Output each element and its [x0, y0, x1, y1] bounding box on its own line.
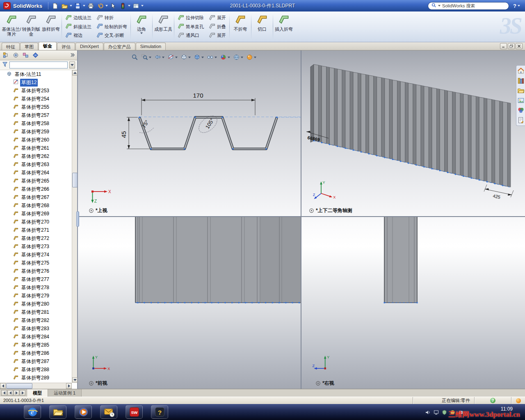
viewport-front-view[interactable]: YX *前视 — [78, 217, 301, 389]
view-settings-icon[interactable] — [246, 54, 256, 61]
tree-item-root[interactable]: 基体-法兰11 — [0, 70, 72, 78]
solidworks-icon[interactable]: SW — [126, 405, 143, 419]
panel-splitter-handle[interactable] — [76, 211, 79, 227]
tree-item[interactable]: 基体折弯278 — [0, 283, 72, 292]
media-player-icon[interactable] — [75, 405, 92, 419]
tree-item[interactable]: 基体折弯254 — [0, 95, 72, 103]
internet-explorer-icon[interactable]: e — [24, 405, 41, 419]
tree-item[interactable]: 基体折弯264 — [0, 169, 72, 177]
apply-scene-icon[interactable] — [233, 54, 243, 61]
scroll-down-button[interactable] — [72, 377, 78, 383]
open-icon[interactable] — [60, 2, 68, 10]
view-orientation-icon[interactable] — [180, 54, 191, 61]
viewport-top-view[interactable]: 1704575°105° XZ *上视 — [78, 50, 301, 216]
chevron-down-icon[interactable] — [141, 5, 144, 7]
command-tab[interactable]: 办公室产品 — [104, 43, 135, 50]
section-view-icon[interactable] — [167, 54, 178, 61]
tray-icon[interactable] — [434, 409, 439, 415]
close-icon[interactable] — [516, 43, 523, 49]
graphics-area[interactable]: 1704575°105° XZ *上视 66869425 YXZ *上下二等角轴… — [78, 50, 525, 389]
tree-item[interactable]: 基体折弯270 — [0, 218, 72, 226]
quick-tips-icon[interactable]: ? — [490, 398, 495, 403]
tree-filter-input[interactable] — [9, 62, 68, 68]
tree-item[interactable]: 基体折弯288 — [0, 365, 72, 374]
print-icon[interactable] — [87, 2, 95, 10]
ribbon-button-miter-flange[interactable]: 斜接法兰 — [64, 23, 93, 31]
tree-item[interactable]: 基体折弯265 — [0, 177, 72, 185]
viewport-right-view[interactable]: YZ *右视 — [301, 217, 525, 389]
ribbon-button-rip[interactable]: 切口 — [252, 13, 272, 32]
filter-dropdown-button[interactable] — [69, 62, 75, 68]
zoom-previous-icon[interactable] — [154, 54, 164, 61]
configuration-manager-tab[interactable] — [22, 52, 29, 59]
ribbon-button-no-bends[interactable]: 不折弯 — [231, 13, 250, 32]
help-icon[interactable]: ? — [151, 405, 168, 419]
file-explorer-icon[interactable] — [517, 87, 525, 94]
ribbon-button-extruded-cut[interactable]: 拉伸切除 — [176, 14, 205, 22]
prev-tab-button[interactable] — [7, 390, 13, 396]
ribbon-button-lofted-bend[interactable]: 放样折弯 — [41, 13, 61, 32]
scroll-thumb[interactable] — [72, 173, 78, 187]
edit-appearance-icon[interactable] — [220, 54, 230, 61]
next-tab-button[interactable] — [14, 390, 19, 396]
tree-item[interactable]: 基体折弯285 — [0, 341, 72, 349]
first-tab-button[interactable] — [1, 390, 7, 396]
tree-item[interactable]: 基体折弯289 — [0, 374, 72, 382]
property-manager-tab[interactable] — [12, 52, 19, 59]
tree-item[interactable]: 基体折弯263 — [0, 160, 72, 169]
chevron-down-icon[interactable] — [83, 5, 85, 7]
command-tab[interactable]: DimXpert — [75, 43, 103, 50]
ribbon-button-base-flange[interactable]: 基体法兰/薄片 — [2, 13, 21, 37]
tray-icon[interactable] — [442, 409, 447, 415]
tree-item[interactable]: 基体折弯279 — [0, 292, 72, 300]
tree-item[interactable]: 基体折弯258 — [0, 119, 72, 128]
scroll-left-button[interactable] — [0, 383, 6, 389]
command-tab[interactable]: 钣金 — [39, 42, 57, 50]
scroll-up-button[interactable] — [72, 70, 78, 75]
zoom-area-icon[interactable] — [141, 54, 151, 61]
tree-item[interactable]: 基体折弯287 — [0, 357, 72, 365]
document-tab[interactable]: 模型 — [27, 389, 48, 397]
ribbon-button-convert-to-sheet-metal[interactable]: 转换到钣金 — [21, 13, 41, 37]
feature-manager-tab[interactable] — [2, 52, 9, 59]
tree-item[interactable]: 基体折弯262 — [0, 152, 72, 160]
ribbon-button-simple-hole[interactable]: 简单直孔 — [176, 23, 205, 31]
save-icon[interactable] — [73, 2, 82, 10]
chevron-down-icon[interactable] — [128, 5, 130, 7]
tree-item[interactable]: 基体折弯261 — [0, 144, 72, 152]
minimize-button[interactable] — [500, 43, 507, 49]
tree-item[interactable]: 基体折弯281 — [0, 308, 72, 316]
tree-item[interactable]: 基体折弯255 — [0, 103, 72, 111]
tree-item[interactable]: 基体折弯269 — [0, 210, 72, 218]
tree-item[interactable]: 基体折弯282 — [0, 316, 72, 324]
selection-filter-icon[interactable] — [119, 2, 127, 10]
outlook-icon[interactable] — [100, 405, 117, 419]
chevron-down-icon[interactable] — [70, 5, 72, 7]
tree-item[interactable]: 基体折弯286 — [0, 349, 72, 357]
ribbon-button-unfold[interactable]: 展开 — [208, 14, 227, 22]
pane-divider-vertical[interactable] — [301, 50, 301, 389]
restore-button[interactable] — [508, 43, 515, 49]
ribbon-button-fold[interactable]: 折叠 — [208, 23, 227, 31]
chevron-right-double-icon[interactable] — [70, 52, 75, 59]
tree-item[interactable]: 基体折弯277 — [0, 275, 72, 283]
appearances-icon[interactable] — [517, 107, 525, 114]
ribbon-button-edge-flange[interactable]: 边线法兰 — [64, 14, 93, 22]
tree-item[interactable]: 基体折弯272 — [0, 234, 72, 242]
custom-properties-icon[interactable] — [517, 116, 525, 124]
ribbon-button-flatten[interactable]: 展开 — [208, 31, 227, 40]
ribbon-button-sketched-bend[interactable]: 绘制的折弯 — [95, 23, 128, 31]
command-tab[interactable]: 特征 — [2, 43, 20, 50]
ribbon-button-hem[interactable]: 褶边 — [64, 31, 93, 40]
new-document-icon[interactable] — [51, 2, 59, 10]
dimxpert-manager-tab[interactable] — [32, 52, 39, 59]
command-tab[interactable]: 评估 — [57, 43, 75, 50]
tree-item[interactable]: 基体折弯280 — [0, 300, 72, 308]
chevron-down-icon[interactable] — [105, 5, 108, 7]
tree-horizontal-scrollbar[interactable] — [0, 383, 72, 389]
pane-divider-horizontal[interactable] — [78, 216, 525, 217]
display-style-icon[interactable] — [194, 54, 204, 61]
design-library-icon[interactable] — [517, 77, 525, 84]
search-input[interactable]: SolidWorks 搜索 — [442, 3, 505, 9]
command-tab[interactable]: Simulation — [136, 43, 166, 50]
